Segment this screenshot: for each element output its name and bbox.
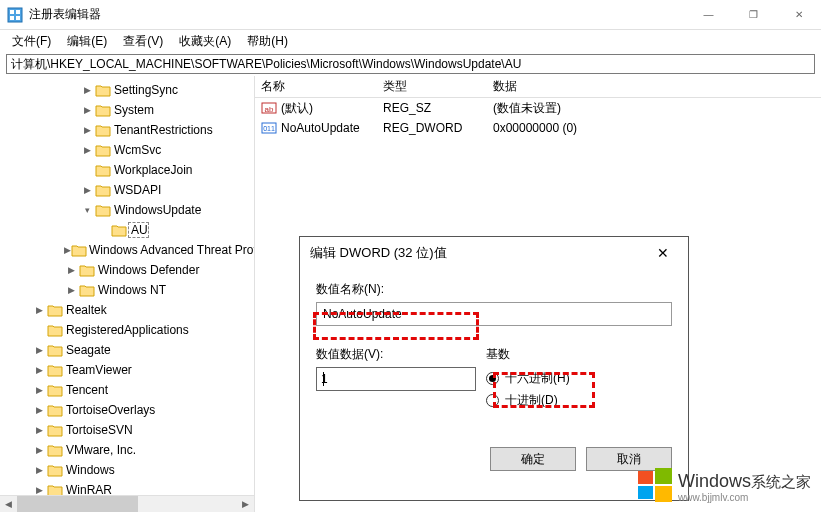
- svg-rect-4: [16, 16, 20, 20]
- folder-icon: [78, 263, 96, 277]
- tree-hscrollbar[interactable]: ◀ ▶: [0, 495, 254, 512]
- tree-item-label: TortoiseOverlays: [64, 403, 155, 417]
- tree-item[interactable]: ▶TortoiseSVN: [0, 420, 254, 440]
- tree-item[interactable]: ▶VMware, Inc.: [0, 440, 254, 460]
- menu-help[interactable]: 帮助(H): [239, 32, 296, 51]
- ok-button[interactable]: 确定: [490, 447, 576, 471]
- tree-item[interactable]: ▾WindowsUpdate: [0, 200, 254, 220]
- menu-favorites[interactable]: 收藏夹(A): [171, 32, 239, 51]
- expand-icon[interactable]: ▶: [80, 105, 94, 115]
- minimize-button[interactable]: —: [686, 0, 731, 29]
- tree-item-label: WindowsUpdate: [112, 203, 201, 217]
- window-title: 注册表编辑器: [29, 6, 686, 23]
- maximize-button[interactable]: ❐: [731, 0, 776, 29]
- value-name: NoAutoUpdate: [281, 121, 360, 135]
- svg-rect-2: [16, 10, 20, 14]
- expand-icon[interactable]: ▶: [32, 485, 46, 495]
- value-data: (数值未设置): [487, 100, 821, 117]
- windows-logo-icon: [638, 468, 672, 505]
- watermark: Windows系统之家 www.bjjmlv.com: [638, 468, 811, 505]
- name-textbox[interactable]: NoAutoUpdate: [316, 302, 672, 326]
- tree-item-label: WorkplaceJoin: [112, 163, 192, 177]
- tree-item[interactable]: ▶Realtek: [0, 300, 254, 320]
- expand-icon[interactable]: ▶: [64, 265, 78, 275]
- tree-item-label: AU: [128, 222, 149, 238]
- name-value: NoAutoUpdate: [323, 307, 402, 321]
- tree-item[interactable]: ▶System: [0, 100, 254, 120]
- close-button[interactable]: ✕: [776, 0, 821, 29]
- expand-icon[interactable]: ▶: [64, 245, 71, 255]
- scroll-thumb[interactable]: [17, 496, 138, 513]
- expand-icon[interactable]: ▶: [80, 125, 94, 135]
- tree-item[interactable]: ▶TortoiseOverlays: [0, 400, 254, 420]
- tree-item[interactable]: ▶Seagate: [0, 340, 254, 360]
- tree-item-label: WcmSvc: [112, 143, 161, 157]
- svg-rect-11: [638, 486, 653, 499]
- radio-hex[interactable]: 十六进制(H): [486, 367, 672, 389]
- folder-icon: [71, 243, 87, 257]
- tree-item[interactable]: ▶Tencent: [0, 380, 254, 400]
- ok-label: 确定: [521, 451, 545, 468]
- data-textbox[interactable]: 1: [316, 367, 476, 391]
- tree-item[interactable]: ▶WcmSvc: [0, 140, 254, 160]
- expand-icon[interactable]: ▶: [32, 305, 46, 315]
- address-text: 计算机\HKEY_LOCAL_MACHINE\SOFTWARE\Policies…: [11, 56, 521, 73]
- expand-icon[interactable]: ▶: [64, 285, 78, 295]
- folder-icon: [94, 203, 112, 217]
- expand-icon[interactable]: ▾: [80, 205, 94, 215]
- expand-icon[interactable]: ▶: [32, 345, 46, 355]
- tree-item[interactable]: ▶TenantRestrictions: [0, 120, 254, 140]
- col-name[interactable]: 名称: [255, 78, 377, 95]
- expand-icon[interactable]: ▶: [80, 85, 94, 95]
- folder-icon: [78, 283, 96, 297]
- expand-icon[interactable]: ▶: [32, 365, 46, 375]
- menu-edit[interactable]: 编辑(E): [59, 32, 115, 51]
- folder-icon: [46, 383, 64, 397]
- radio-dec-button[interactable]: [486, 394, 499, 407]
- expand-icon[interactable]: ▶: [32, 385, 46, 395]
- radio-hex-label: 十六进制(H): [505, 370, 570, 387]
- tree-item[interactable]: ▶TeamViewer: [0, 360, 254, 380]
- tree-item-label: Windows: [64, 463, 115, 477]
- address-bar[interactable]: 计算机\HKEY_LOCAL_MACHINE\SOFTWARE\Policies…: [6, 54, 815, 74]
- dialog-titlebar[interactable]: 编辑 DWORD (32 位)值 ✕: [300, 237, 688, 269]
- col-type[interactable]: 类型: [377, 78, 487, 95]
- expand-icon[interactable]: ▶: [80, 145, 94, 155]
- list-header: 名称 类型 数据: [255, 76, 821, 98]
- radio-hex-button[interactable]: [486, 372, 499, 385]
- expand-icon[interactable]: ▶: [32, 405, 46, 415]
- tree-pane[interactable]: ▶SettingSync▶System▶TenantRestrictions▶W…: [0, 76, 255, 512]
- expand-icon[interactable]: ▶: [32, 465, 46, 475]
- dialog-close-button[interactable]: ✕: [644, 239, 682, 267]
- edit-dword-dialog: 编辑 DWORD (32 位)值 ✕ 数值名称(N): NoAutoUpdate…: [299, 236, 689, 501]
- scroll-right-arrow[interactable]: ▶: [237, 496, 254, 513]
- regedit-icon: [7, 7, 23, 23]
- tree-item[interactable]: ▶SettingSync: [0, 80, 254, 100]
- value-type: REG_SZ: [377, 101, 487, 115]
- col-data[interactable]: 数据: [487, 78, 821, 95]
- radio-dec[interactable]: 十进制(D): [486, 389, 672, 411]
- data-value: 1: [321, 372, 328, 386]
- tree-item[interactable]: ▶Windows NT: [0, 280, 254, 300]
- tree-item[interactable]: WorkplaceJoin: [0, 160, 254, 180]
- expand-icon[interactable]: ▶: [32, 445, 46, 455]
- svg-rect-10: [655, 468, 672, 484]
- list-row[interactable]: 011NoAutoUpdateREG_DWORD0x00000000 (0): [255, 118, 821, 138]
- tree-item[interactable]: ▶Windows Defender: [0, 260, 254, 280]
- scroll-track[interactable]: [17, 496, 237, 513]
- menu-file[interactable]: 文件(F): [4, 32, 59, 51]
- list-row[interactable]: ab(默认)REG_SZ(数值未设置): [255, 98, 821, 118]
- tree-item[interactable]: ▶WSDAPI: [0, 180, 254, 200]
- tree-item[interactable]: ▶Windows Advanced Threat Protection: [0, 240, 254, 260]
- folder-icon: [46, 463, 64, 477]
- menu-view[interactable]: 查看(V): [115, 32, 171, 51]
- expand-icon[interactable]: ▶: [80, 185, 94, 195]
- svg-text:011: 011: [263, 125, 275, 132]
- tree-item[interactable]: AU: [0, 220, 254, 240]
- folder-icon: [94, 123, 112, 137]
- scroll-left-arrow[interactable]: ◀: [0, 496, 17, 513]
- tree-item[interactable]: RegisteredApplications: [0, 320, 254, 340]
- tree-item[interactable]: ▶Windows: [0, 460, 254, 480]
- expand-icon[interactable]: ▶: [32, 425, 46, 435]
- value-data: 0x00000000 (0): [487, 121, 821, 135]
